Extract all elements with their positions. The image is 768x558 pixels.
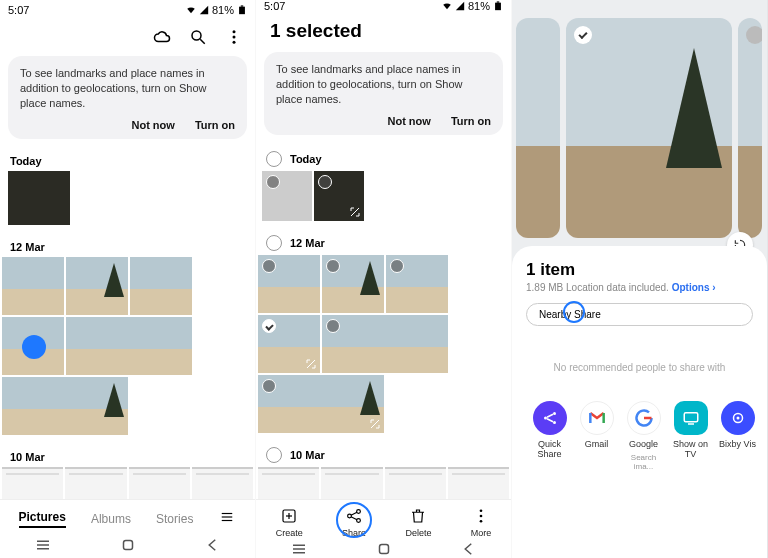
preview-thumb[interactable] bbox=[516, 18, 560, 238]
svg-rect-1 bbox=[241, 6, 244, 7]
preview-checkbox-checked[interactable] bbox=[574, 26, 592, 44]
expand-icon[interactable] bbox=[305, 358, 317, 370]
tab-pictures[interactable]: Pictures bbox=[19, 510, 66, 528]
photo-thumb[interactable] bbox=[8, 171, 70, 225]
recents-icon[interactable] bbox=[34, 536, 52, 554]
status-time: 5:07 bbox=[8, 4, 29, 16]
photo-thumb[interactable] bbox=[448, 467, 509, 499]
banner-turn-on-button[interactable]: Turn on bbox=[195, 119, 235, 131]
banner-not-now-button[interactable]: Not now bbox=[387, 115, 430, 127]
svg-line-22 bbox=[351, 512, 357, 515]
photo-thumb[interactable] bbox=[322, 255, 384, 313]
selection-title: 1 selected bbox=[256, 12, 511, 52]
share-button[interactable]: Share bbox=[342, 506, 366, 538]
tab-stories[interactable]: Stories bbox=[156, 512, 193, 526]
quickshare-button[interactable]: Quick Share bbox=[527, 401, 573, 471]
showontv-button[interactable]: Show on TV bbox=[668, 401, 714, 471]
top-actions bbox=[0, 20, 255, 56]
thumb-checkbox[interactable] bbox=[262, 259, 276, 273]
preview-thumb[interactable] bbox=[738, 18, 762, 238]
svg-rect-14 bbox=[495, 3, 501, 11]
svg-point-26 bbox=[480, 520, 483, 523]
expand-icon[interactable] bbox=[349, 206, 361, 218]
options-link[interactable]: Options › bbox=[672, 282, 716, 293]
recents-icon[interactable] bbox=[290, 540, 308, 558]
section-heading-today[interactable]: Today bbox=[256, 145, 511, 171]
thumb-checkbox[interactable] bbox=[262, 379, 276, 393]
battery-icon bbox=[237, 5, 247, 15]
banner-turn-on-button[interactable]: Turn on bbox=[451, 115, 491, 127]
thumb-checkbox-checked[interactable] bbox=[262, 319, 276, 333]
tab-albums[interactable]: Albums bbox=[91, 512, 131, 526]
thumb-checkbox[interactable] bbox=[266, 175, 280, 189]
photo-thumb[interactable] bbox=[66, 317, 192, 375]
thumb-checkbox[interactable] bbox=[390, 259, 404, 273]
photo-thumb[interactable] bbox=[385, 467, 446, 499]
section-heading-mar12: 12 Mar bbox=[0, 235, 255, 257]
photo-thumb[interactable] bbox=[386, 255, 448, 313]
delete-icon bbox=[408, 506, 428, 526]
photo-thumb[interactable] bbox=[2, 257, 64, 315]
create-icon bbox=[279, 506, 299, 526]
create-button[interactable]: Create bbox=[276, 506, 303, 538]
photo-thumb[interactable] bbox=[258, 375, 384, 433]
back-icon[interactable] bbox=[460, 540, 478, 558]
more-button[interactable]: More bbox=[471, 506, 492, 538]
nearby-share-button[interactable]: Nearby Share bbox=[526, 303, 753, 326]
photo-thumb[interactable] bbox=[322, 315, 448, 373]
photo-thumb[interactable] bbox=[130, 257, 192, 315]
share-icon bbox=[344, 506, 364, 526]
share-apps-row: Quick Share Gmail Google Search ima... bbox=[526, 401, 753, 479]
select-all-today-checkbox[interactable] bbox=[266, 151, 282, 167]
photo-thumb[interactable] bbox=[192, 467, 253, 499]
preview-thumb[interactable] bbox=[566, 18, 732, 238]
gmail-button[interactable]: Gmail bbox=[574, 401, 620, 471]
svg-point-33 bbox=[553, 421, 556, 424]
gallery-screen: 5:07 81% To see landmarks and place name… bbox=[0, 0, 256, 558]
thumb-checkbox[interactable] bbox=[318, 175, 332, 189]
photo-thumb[interactable] bbox=[2, 317, 64, 375]
photo-thumb[interactable] bbox=[129, 467, 190, 499]
banner-text: To see landmarks and place names in addi… bbox=[20, 66, 235, 111]
expand-icon[interactable] bbox=[369, 418, 381, 430]
google-button[interactable]: Google Search ima... bbox=[621, 401, 667, 471]
battery-icon bbox=[493, 1, 503, 11]
svg-point-37 bbox=[736, 417, 739, 420]
cloud-icon[interactable] bbox=[153, 28, 171, 46]
highlight-ring bbox=[563, 301, 585, 323]
sheet-title: 1 item bbox=[526, 260, 753, 280]
section-heading-mar10: 10 Mar bbox=[0, 445, 255, 467]
search-icon[interactable] bbox=[189, 28, 207, 46]
bixby-button[interactable]: Bixby Vis bbox=[715, 401, 761, 471]
photo-thumb[interactable] bbox=[258, 467, 319, 499]
preview-strip[interactable] bbox=[512, 0, 767, 252]
photo-thumb[interactable] bbox=[66, 257, 128, 315]
hamburger-icon[interactable] bbox=[218, 510, 236, 527]
status-right: 81% bbox=[442, 0, 503, 12]
thumb-checkbox[interactable] bbox=[326, 319, 340, 333]
select-all-mar10-checkbox[interactable] bbox=[266, 447, 282, 463]
back-icon[interactable] bbox=[204, 536, 222, 554]
home-icon[interactable] bbox=[119, 536, 137, 554]
photo-thumb[interactable] bbox=[258, 255, 320, 313]
svg-point-21 bbox=[357, 519, 361, 523]
banner-not-now-button[interactable]: Not now bbox=[131, 119, 174, 131]
select-all-mar12-checkbox[interactable] bbox=[266, 235, 282, 251]
thumb-checkbox[interactable] bbox=[326, 259, 340, 273]
photo-thumb[interactable] bbox=[321, 467, 382, 499]
delete-button[interactable]: Delete bbox=[405, 506, 431, 538]
preview-checkbox[interactable] bbox=[746, 26, 762, 44]
photo-thumb[interactable] bbox=[262, 171, 312, 221]
home-icon[interactable] bbox=[375, 540, 393, 558]
photo-thumb[interactable] bbox=[258, 315, 320, 373]
photo-thumb[interactable] bbox=[314, 171, 364, 221]
share-sheet: 1 item 1.89 MB Location data included. O… bbox=[512, 246, 767, 558]
gmail-icon bbox=[580, 401, 614, 435]
photo-thumb[interactable] bbox=[65, 467, 126, 499]
svg-point-20 bbox=[357, 510, 361, 514]
photo-thumb[interactable] bbox=[2, 467, 63, 499]
section-heading-mar12[interactable]: 12 Mar bbox=[256, 229, 511, 255]
photo-thumb[interactable] bbox=[2, 377, 128, 435]
more-icon[interactable] bbox=[225, 28, 243, 46]
section-heading-mar10[interactable]: 10 Mar bbox=[256, 441, 511, 467]
